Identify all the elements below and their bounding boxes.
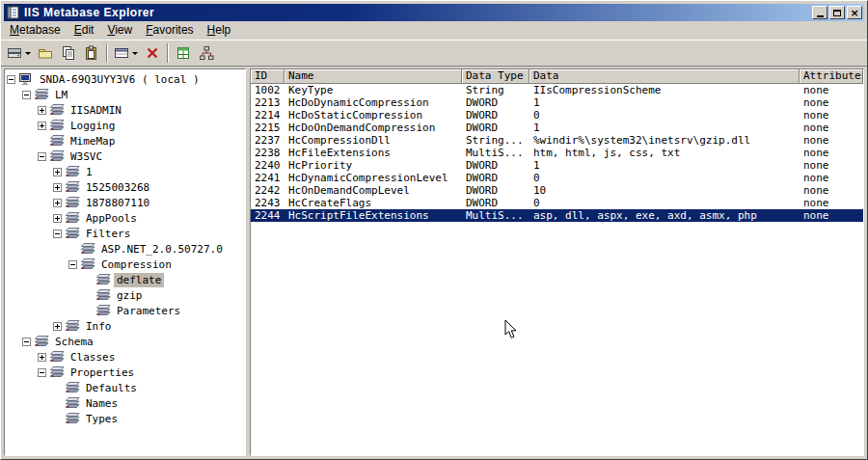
tree-node-info[interactable]: Info xyxy=(7,318,245,334)
open-button[interactable] xyxy=(34,42,57,65)
table-cell: 0 xyxy=(529,172,800,184)
table-cell: 1 xyxy=(529,96,800,109)
collapse-minus-icon[interactable] xyxy=(53,230,62,238)
dropdown-caret-icon[interactable] xyxy=(132,52,138,55)
tree-node-apppools[interactable]: AppPools xyxy=(7,210,245,226)
tree-node-1[interactable]: 1 xyxy=(7,164,245,179)
table-cell: String xyxy=(462,84,529,96)
tree-node-properties[interactable]: Properties xyxy=(7,365,245,380)
tree-node-label: Info xyxy=(83,319,115,334)
table-cell: none xyxy=(800,109,863,122)
tree-node-w3svc[interactable]: W3SVC xyxy=(7,149,245,164)
table-row-2213[interactable]: 2213HcDoDynamicCompressionDWORD1none xyxy=(251,96,863,109)
collapse-minus-icon[interactable] xyxy=(38,152,46,161)
table-cell: IIsCompressionScheme xyxy=(529,84,800,96)
table-cell: DWORD xyxy=(462,197,529,209)
tree-node-types[interactable]: Types xyxy=(7,411,245,426)
maximize-icon xyxy=(833,10,841,16)
table-cell: HcCompressionDll xyxy=(285,134,462,147)
column-header-attributes[interactable]: Attributes xyxy=(800,69,863,84)
tree-node-mimemap[interactable]: MimeMap xyxy=(7,133,245,149)
minimize-button[interactable] xyxy=(812,6,827,19)
key-icon xyxy=(65,180,80,194)
copy-button[interactable] xyxy=(57,42,80,65)
menu-view[interactable]: View xyxy=(100,21,139,40)
column-header-data[interactable]: Data xyxy=(529,69,800,84)
collapse-minus-icon[interactable] xyxy=(22,91,31,99)
expand-plus-icon[interactable] xyxy=(53,168,62,176)
menu-favorites[interactable]: Favorites xyxy=(139,21,200,40)
tree-node-lm[interactable]: LM xyxy=(7,87,245,102)
table-cell: htm, html, js, css, txt xyxy=(529,147,800,159)
expand-plus-icon[interactable] xyxy=(38,106,46,115)
collapse-minus-icon[interactable] xyxy=(7,75,15,84)
table-row-1002[interactable]: 1002KeyTypeStringIIsCompressionSchemenon… xyxy=(251,84,863,96)
expand-plus-icon[interactable] xyxy=(53,199,62,207)
delete-button[interactable] xyxy=(141,42,164,65)
main-area: SNDA-69Q3UYY3V6 ( local )LMIISADMINLoggi… xyxy=(4,68,864,456)
dropdown-caret-icon[interactable] xyxy=(25,52,31,55)
table-row-2241[interactable]: 2241HcDynamicCompressionLevelDWORD0none xyxy=(251,172,863,184)
network-icon xyxy=(199,45,214,61)
tree-node-logging[interactable]: Logging xyxy=(7,118,245,133)
tree-node-parameters[interactable]: Parameters xyxy=(7,303,245,318)
key-icon xyxy=(49,103,65,117)
table-cell: String... xyxy=(462,134,529,147)
connect-button[interactable] xyxy=(195,42,218,65)
maximize-button[interactable] xyxy=(829,6,845,19)
expand-plus-icon[interactable] xyxy=(53,183,62,192)
tree-node-deflate[interactable]: deflate xyxy=(7,272,245,287)
metabase-tree: SNDA-69Q3UYY3V6 ( local )LMIISADMINLoggi… xyxy=(4,68,246,456)
table-cell: HcDoDynamicCompression xyxy=(285,96,462,109)
tree-node-defaults[interactable]: Defaults xyxy=(7,380,245,395)
new-data-button[interactable] xyxy=(111,42,141,65)
key-icon xyxy=(65,319,80,333)
tree-node-1878807110[interactable]: 1878807110 xyxy=(7,195,245,210)
close-icon: × xyxy=(850,8,858,18)
tree-node-classes[interactable]: Classes xyxy=(7,349,245,365)
tree-node-iisadmin[interactable]: IISADMIN xyxy=(7,102,245,118)
table-row-2237[interactable]: 2237HcCompressionDllString...%windir%\sy… xyxy=(251,134,863,147)
tree-node-gzip[interactable]: gzip xyxy=(7,287,245,303)
key-icon xyxy=(65,381,80,394)
tree-node-compression[interactable]: Compression xyxy=(7,257,245,272)
menu-help[interactable]: Help xyxy=(201,21,238,40)
table-cell: HcFileExtensions xyxy=(285,147,462,159)
collapse-minus-icon[interactable] xyxy=(22,338,31,346)
table-cell: none xyxy=(800,172,863,184)
table-row-2238[interactable]: 2238HcFileExtensionsMultiS...htm, html, … xyxy=(251,147,863,159)
refresh-button[interactable] xyxy=(172,42,195,65)
list-header: IDNameData TypeDataAttributes xyxy=(251,69,863,84)
table-row-2214[interactable]: 2214HcDoStaticCompressionDWORD0none xyxy=(251,109,863,122)
tree-node-snda-69q3uyy3v6-local-[interactable]: SNDA-69Q3UYY3V6 ( local ) xyxy=(7,71,245,87)
tree-node-schema[interactable]: Schema xyxy=(7,334,245,349)
menu-edit[interactable]: Edit xyxy=(68,21,101,40)
table-row-2243[interactable]: 2243HcCreateFlagsDWORD0none xyxy=(251,197,863,209)
expand-plus-icon[interactable] xyxy=(53,322,62,331)
table-row-2244[interactable]: 2244HcScriptFileExtensionsMultiS...asp, … xyxy=(251,209,863,222)
new-key-button[interactable] xyxy=(4,42,34,65)
key-icon xyxy=(34,335,49,348)
table-row-2240[interactable]: 2240HcPriorityDWORD1none xyxy=(251,159,863,172)
table-row-2215[interactable]: 2215HcDoOnDemandCompressionDWORD1none xyxy=(251,122,863,134)
tree-node-label: 1 xyxy=(83,165,95,179)
tree-node-1525003268[interactable]: 1525003268 xyxy=(7,179,245,195)
expand-plus-icon[interactable] xyxy=(53,214,62,223)
column-header-data-type[interactable]: Data Type xyxy=(462,69,529,84)
column-header-name[interactable]: Name xyxy=(285,69,462,84)
tree-node-names[interactable]: Names xyxy=(7,395,245,411)
tree-node-filters[interactable]: Filters xyxy=(7,226,245,241)
tree-node-label: Names xyxy=(83,396,121,411)
key-icon xyxy=(80,257,95,271)
expand-plus-icon[interactable] xyxy=(38,122,46,130)
collapse-minus-icon[interactable] xyxy=(68,260,77,269)
collapse-minus-icon[interactable] xyxy=(38,368,46,377)
expand-plus-icon[interactable] xyxy=(38,353,46,362)
paste-button[interactable] xyxy=(80,42,103,65)
menu-metabase[interactable]: Metabase xyxy=(3,21,68,40)
close-button[interactable]: × xyxy=(847,6,862,19)
column-header-id[interactable]: ID xyxy=(251,69,285,84)
table-cell: DWORD xyxy=(462,96,529,109)
table-row-2242[interactable]: 2242HcOnDemandCompLevelDWORD10none xyxy=(251,184,863,197)
tree-node-asp-net-2-0-50727-0[interactable]: ASP.NET_2.0.50727.0 xyxy=(7,241,245,257)
